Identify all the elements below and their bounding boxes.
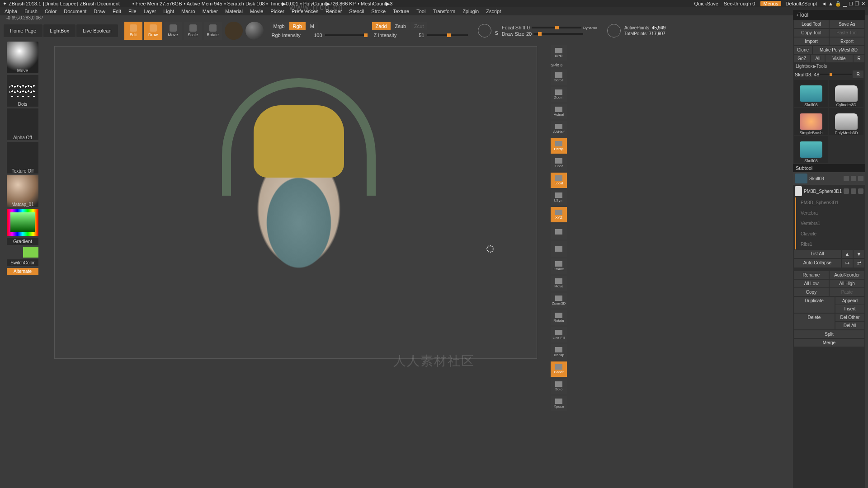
menu-picker[interactable]: Picker [270,9,284,14]
menu-edit[interactable]: Edit [113,9,121,14]
arrow-left-icon[interactable]: ◄ [821,1,826,6]
color-picker[interactable] [7,209,38,236]
rotate-mode-button[interactable]: Rotate [204,22,222,40]
switchcolor-button[interactable]: SwitchColor [7,259,38,266]
subtool-dim-vertebra1[interactable]: Vertebra1 [796,218,865,229]
clone-button[interactable]: Clone [794,46,812,54]
nav-11-button[interactable] [551,224,567,239]
menu-marker[interactable]: Marker [203,9,218,14]
lightbox-tools-label[interactable]: Lightbox▶Tools [793,63,865,70]
persp-button[interactable]: Persp [551,138,567,154]
goz-r-button[interactable]: R [854,55,864,62]
subtool-pm3d_sphere3d1[interactable]: PM3D_Sphere3D1 [793,185,865,197]
make-polymesh-button[interactable]: Make PolyMesh3D [813,46,864,54]
load-tool-button[interactable]: Load Tool [794,20,829,28]
menu-file[interactable]: File [128,9,137,14]
floor-button[interactable]: Floor [551,155,567,171]
rgb-intensity-slider[interactable] [325,34,366,36]
brush-icon[interactable] [851,188,856,194]
stroke-selector[interactable]: Dots [7,75,38,107]
scale-mode-button[interactable]: Scale [184,22,202,40]
tool-item-skull03[interactable]: Skull03 [794,80,828,107]
zcut-button[interactable]: Zcut [410,22,427,30]
split-button[interactable]: Split [794,330,864,338]
menu-stroke[interactable]: Stroke [371,9,386,14]
copy-button[interactable]: Copy [794,288,829,296]
autocollapse-swap-icon[interactable]: ⇄ [854,259,864,267]
focal-shift-slider[interactable] [532,27,581,28]
menu-render[interactable]: Render [326,9,342,14]
default-zscript[interactable]: DefaultZScript [786,1,817,6]
m-button[interactable]: M [307,22,318,30]
delother-button[interactable]: Del Other [835,314,864,321]
xyz-button[interactable]: XYZ [551,207,567,222]
zintensity-slider[interactable] [427,34,468,36]
menus-button[interactable]: Menus [760,1,781,6]
tool-item-simplebrush[interactable]: SimpleBrush [794,108,828,135]
duplicate-button[interactable]: Duplicate [794,297,835,313]
import-button[interactable]: Import [794,38,829,45]
actual-button[interactable]: Actual [551,104,567,119]
maximize-icon[interactable]: ☐ [849,1,853,7]
spix-label[interactable]: SPix 3 [551,62,567,68]
menu-zscript[interactable]: Zscript [486,9,501,14]
menu-macro[interactable]: Macro [181,9,195,14]
transp-button[interactable]: Transp [551,344,567,360]
linefill-button[interactable]: Line Fill [551,327,567,343]
tab-liveboolean[interactable]: Live Boolean [76,24,118,37]
close-icon[interactable]: ✕ [861,1,865,7]
rgb-button[interactable]: Rgb [289,22,306,30]
autocollapse-right-icon[interactable]: ↦ [842,259,853,267]
rotate-button[interactable]: Rotate [551,310,567,325]
paste-button[interactable]: Paste [830,288,864,296]
tab-lightbox[interactable]: LightBox [43,24,75,37]
menu-preferences[interactable]: Preferences [292,9,318,14]
menu-draw[interactable]: Draw [94,9,105,14]
local-button[interactable]: Local [551,173,567,188]
aahalf-button[interactable]: AAHalf [551,121,567,136]
allhigh-button[interactable]: All High [830,280,864,287]
goz-visible-button[interactable]: Visible [826,55,853,62]
rename-button[interactable]: Rename [794,271,829,279]
menu-brush[interactable]: Brush [24,9,38,14]
xpose-button[interactable]: Xpose [551,396,567,411]
menu-stencil[interactable]: Stencil [349,9,364,14]
zsub-button[interactable]: Zsub [392,22,410,30]
append-button[interactable]: Append [835,297,864,305]
tool-item-skull03-2[interactable]: Skull03 [794,136,828,163]
menu-transform[interactable]: Transform [433,9,455,14]
subtool-dim-clavicle[interactable]: Clavicle [796,229,865,239]
zadd-button[interactable]: Zadd [372,22,391,30]
gizmo-button[interactable] [225,22,243,40]
material-selector[interactable]: Matcap_01 [7,175,38,207]
draw-mode-button[interactable]: Draw [144,22,162,40]
subtool-skull03[interactable]: Skull03 [793,172,865,185]
nav-12-button[interactable] [551,241,567,257]
tool-item-cylinder3d[interactable]: Cylinder3D [829,80,863,107]
listall-button[interactable]: List All [794,250,841,258]
brush-selector[interactable]: Move [7,42,38,73]
visibility-icon[interactable] [858,188,863,194]
menu-tool[interactable]: Tool [416,9,425,14]
save-as-button[interactable]: Save As [830,20,864,28]
arrow-up-icon[interactable]: ▲ [828,1,833,6]
alllow-button[interactable]: All Low [794,280,829,287]
listall-up-icon[interactable]: ▲ [842,250,853,258]
tool-slider[interactable] [820,74,852,75]
zoom-button[interactable]: Zoom [551,87,567,102]
eye-icon[interactable] [844,176,849,181]
menu-alpha[interactable]: Alpha [5,9,17,14]
menu-movie[interactable]: Movie [250,9,263,14]
tool-header[interactable]: ◦ Tool [793,10,865,20]
delete-button[interactable]: Delete [794,314,835,329]
menu-zplugin[interactable]: Zplugin [462,9,479,14]
brush-icon[interactable] [851,176,856,181]
insert-button[interactable]: Insert [835,305,864,313]
subtool-header[interactable]: Subtool [793,164,865,172]
copy-tool-button[interactable]: Copy Tool [794,29,829,37]
eye-icon[interactable] [844,188,849,194]
goz-all-button[interactable]: All [811,55,825,62]
zoom3d-button[interactable]: Zoom3D [551,293,567,308]
scroll-button[interactable]: Scroll [551,70,567,85]
move-button[interactable]: Move [551,276,567,291]
